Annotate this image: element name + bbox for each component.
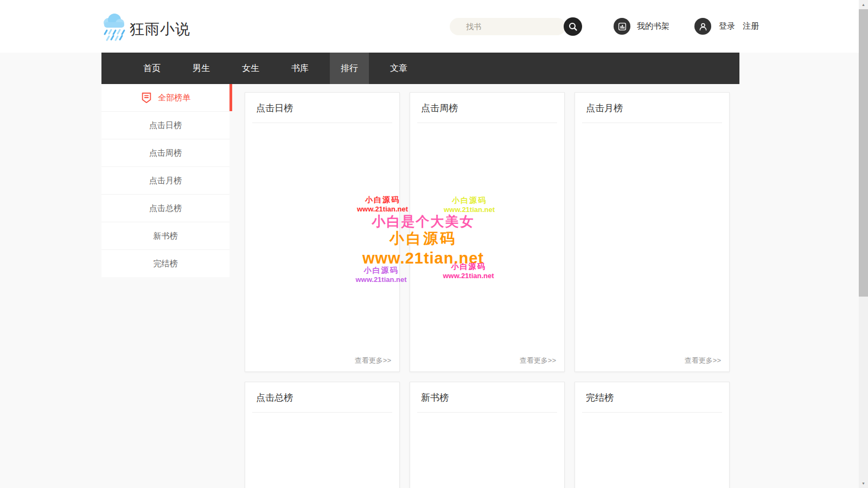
view-more-link[interactable]: 查看更多>>: [355, 356, 391, 365]
view-more-link[interactable]: 查看更多>>: [685, 356, 721, 365]
nav-item-female[interactable]: 女生: [231, 53, 270, 84]
rain-cloud-icon: [101, 12, 127, 42]
nav-item-male[interactable]: 男生: [182, 53, 221, 84]
sidebar-item-all-rankings[interactable]: 全部榜单: [101, 84, 229, 111]
scroll-down-icon[interactable]: ▼: [859, 479, 868, 488]
nav-item-library[interactable]: 书库: [280, 53, 320, 84]
sidebar-item-daily-clicks[interactable]: 点击日榜: [101, 111, 229, 139]
card-title: 新书榜: [417, 382, 557, 413]
scroll-up-icon[interactable]: ▲: [859, 0, 868, 9]
card-title: 点击周榜: [417, 93, 557, 123]
header: 狂雨小说 我的书架: [0, 0, 868, 53]
card-title: 点击月榜: [582, 93, 722, 123]
card-daily-clicks: 点击日榜 查看更多>>: [245, 92, 400, 372]
sidebar-item-new-books[interactable]: 新书榜: [101, 222, 229, 249]
bookshelf-icon[interactable]: [614, 18, 630, 35]
card-title: 点击日榜: [252, 93, 392, 123]
site-logo[interactable]: 狂雨小说: [101, 12, 190, 42]
my-bookshelf-link[interactable]: 我的书架: [637, 21, 669, 31]
card-weekly-clicks: 点击周榜 查看更多>>: [410, 92, 565, 372]
card-completed: 完结榜: [575, 382, 730, 488]
sidebar-item-monthly-clicks[interactable]: 点击月榜: [101, 166, 229, 194]
ribbon-bookmark-icon: [141, 92, 152, 104]
sidebar-item-total-clicks[interactable]: 点击总榜: [101, 194, 229, 222]
sidebar-item-weekly-clicks[interactable]: 点击周榜: [101, 139, 229, 166]
magnifier-icon: [567, 21, 578, 32]
card-total-clicks: 点击总榜: [245, 382, 400, 488]
register-link[interactable]: 注册: [743, 21, 759, 31]
sidebar-item-label: 全部榜单: [158, 93, 190, 103]
search-input[interactable]: [450, 18, 566, 35]
nav-item-articles[interactable]: 文章: [379, 53, 418, 84]
user-icon[interactable]: [694, 18, 711, 35]
main-nav: 首页 男生 女生 书库 排行 文章: [101, 53, 739, 84]
site-title: 狂雨小说: [130, 20, 190, 39]
vertical-scrollbar[interactable]: ▲ ▼: [859, 0, 868, 488]
search-bar: [450, 17, 583, 36]
nav-item-home[interactable]: 首页: [132, 53, 171, 84]
search-button[interactable]: [564, 17, 582, 36]
header-actions: 我的书架 登录 注册: [614, 18, 759, 35]
card-new-books: 新书榜: [410, 382, 565, 488]
card-title: 点击总榜: [252, 382, 392, 413]
view-more-link[interactable]: 查看更多>>: [520, 356, 556, 365]
active-indicator: [229, 84, 232, 111]
scrollbar-thumb[interactable]: [859, 9, 868, 297]
ranking-cards-grid: 点击日榜 查看更多>> 点击周榜 查看更多>> 点击月榜 查看更多>> 点击总榜…: [245, 92, 730, 488]
nav-item-ranking[interactable]: 排行: [330, 53, 369, 84]
card-title: 完结榜: [582, 382, 722, 413]
sidebar-item-completed[interactable]: 完结榜: [101, 249, 229, 277]
card-monthly-clicks: 点击月榜 查看更多>>: [575, 92, 730, 372]
login-link[interactable]: 登录: [719, 21, 735, 31]
ranking-sidebar: 全部榜单 点击日榜 点击周榜 点击月榜 点击总榜 新书榜 完结榜: [101, 84, 229, 277]
